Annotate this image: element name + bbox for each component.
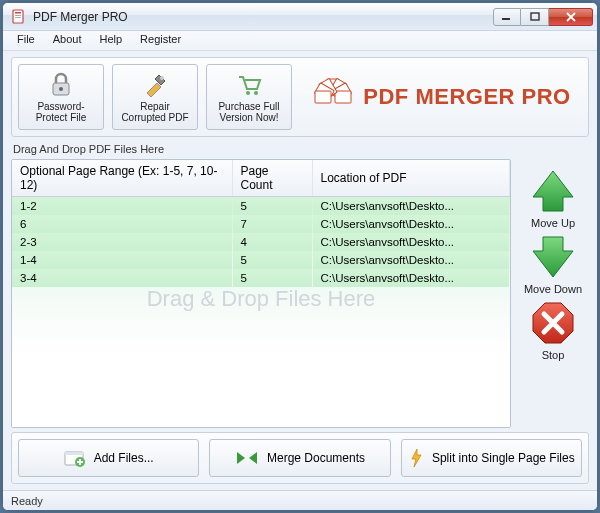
cell-range: 3-4 — [12, 269, 232, 287]
col-count[interactable]: Page Count — [232, 160, 312, 197]
svg-rect-2 — [15, 15, 21, 16]
col-range[interactable]: Optional Page Range (Ex: 1-5, 7, 10-12) — [12, 160, 232, 197]
table-row[interactable]: 2-34C:\Users\anvsoft\Deskto... — [12, 233, 510, 251]
cell-location: C:\Users\anvsoft\Deskto... — [312, 251, 510, 269]
add-files-label: Add Files... — [94, 451, 154, 465]
merge-button[interactable]: Merge Documents — [209, 439, 390, 477]
minimize-button[interactable] — [493, 8, 521, 26]
merge-label: Merge Documents — [267, 451, 365, 465]
status-text: Ready — [11, 495, 43, 507]
lock-icon — [47, 71, 75, 99]
repair-button[interactable]: Repair Corrupted PDF — [112, 64, 198, 130]
svg-rect-4 — [502, 18, 510, 20]
svg-rect-19 — [65, 452, 83, 455]
split-label: Split into Single Page Files — [432, 451, 575, 465]
cell-location: C:\Users\anvsoft\Deskto... — [312, 197, 510, 216]
maximize-button[interactable] — [521, 8, 549, 26]
svg-rect-3 — [15, 17, 21, 18]
menu-help[interactable]: Help — [91, 31, 130, 50]
menu-file[interactable]: File — [9, 31, 43, 50]
cell-location: C:\Users\anvsoft\Deskto... — [312, 233, 510, 251]
window-buttons — [493, 8, 593, 26]
move-down-button[interactable]: Move Down — [524, 233, 582, 295]
cell-range: 1-2 — [12, 197, 232, 216]
svg-rect-14 — [335, 91, 351, 103]
brand-name: PDF MERGER PRO — [363, 84, 570, 110]
purchase-label: Purchase Full Version Now! — [211, 101, 287, 123]
table-row[interactable]: 3-45C:\Users\anvsoft\Deskto... — [12, 269, 510, 287]
list-panel: Drag & Drop Files Here Optional Page Ran… — [11, 159, 589, 428]
cell-count: 5 — [232, 269, 312, 287]
menu-about[interactable]: About — [45, 31, 90, 50]
window-title: PDF Merger PRO — [33, 10, 493, 24]
password-protect-button[interactable]: Password-Protect File — [18, 64, 104, 130]
watermark-text: Drag & Drop Files Here — [147, 286, 376, 312]
cell-location: C:\Users\anvsoft\Deskto... — [312, 215, 510, 233]
cell-count: 4 — [232, 233, 312, 251]
table-row[interactable]: 1-45C:\Users\anvsoft\Deskto... — [12, 251, 510, 269]
svg-rect-17 — [315, 91, 331, 103]
add-files-button[interactable]: Add Files... — [18, 439, 199, 477]
menubar: File About Help Register — [3, 31, 597, 51]
stop-button[interactable]: Stop — [529, 299, 577, 361]
fan-icon — [311, 75, 355, 119]
add-icon — [64, 449, 86, 467]
file-table[interactable]: Drag & Drop Files Here Optional Page Ran… — [11, 159, 511, 428]
cart-icon — [235, 71, 263, 99]
col-location[interactable]: Location of PDF — [312, 160, 510, 197]
svg-point-7 — [59, 87, 63, 91]
tools-icon — [141, 71, 169, 99]
status-bar: Ready — [3, 490, 597, 510]
cell-count: 5 — [232, 251, 312, 269]
app-window: PDF Merger PRO File About Help Register … — [2, 2, 598, 511]
table-header-row: Optional Page Range (Ex: 1-5, 7, 10-12) … — [12, 160, 510, 197]
cell-range: 1-4 — [12, 251, 232, 269]
titlebar[interactable]: PDF Merger PRO — [3, 3, 597, 31]
move-up-label: Move Up — [531, 217, 575, 229]
move-up-button[interactable]: Move Up — [529, 167, 577, 229]
table-row[interactable]: 1-25C:\Users\anvsoft\Deskto... — [12, 197, 510, 216]
svg-rect-0 — [13, 10, 23, 23]
password-protect-label: Password-Protect File — [23, 101, 99, 123]
toolbar-panel: Password-Protect File Repair Corrupted P… — [11, 57, 589, 137]
svg-rect-1 — [15, 12, 21, 14]
brand-logo: PDF MERGER PRO — [300, 75, 582, 119]
svg-point-10 — [254, 91, 258, 95]
cell-range: 2-3 — [12, 233, 232, 251]
cell-range: 6 — [12, 215, 232, 233]
merge-icon — [235, 450, 259, 466]
bottom-bar: Add Files... Merge Documents Split into … — [11, 432, 589, 484]
repair-label: Repair Corrupted PDF — [117, 101, 193, 123]
close-button[interactable] — [549, 8, 593, 26]
content-area: Password-Protect File Repair Corrupted P… — [3, 51, 597, 490]
stop-icon — [529, 299, 577, 347]
drag-hint-label: Drag And Drop PDF Files Here — [11, 141, 589, 155]
split-button[interactable]: Split into Single Page Files — [401, 439, 582, 477]
arrow-down-icon — [529, 233, 577, 281]
svg-point-8 — [160, 76, 164, 80]
app-icon — [11, 9, 27, 25]
move-down-label: Move Down — [524, 283, 582, 295]
cell-count: 5 — [232, 197, 312, 216]
purchase-button[interactable]: Purchase Full Version Now! — [206, 64, 292, 130]
stop-label: Stop — [542, 349, 565, 361]
cell-location: C:\Users\anvsoft\Deskto... — [312, 269, 510, 287]
svg-rect-5 — [531, 13, 539, 20]
svg-point-9 — [246, 91, 250, 95]
split-icon — [408, 448, 424, 468]
menu-register[interactable]: Register — [132, 31, 189, 50]
side-buttons: Move Up Move Down Stop — [517, 159, 589, 428]
arrow-up-icon — [529, 167, 577, 215]
table-row[interactable]: 67C:\Users\anvsoft\Deskto... — [12, 215, 510, 233]
cell-count: 7 — [232, 215, 312, 233]
